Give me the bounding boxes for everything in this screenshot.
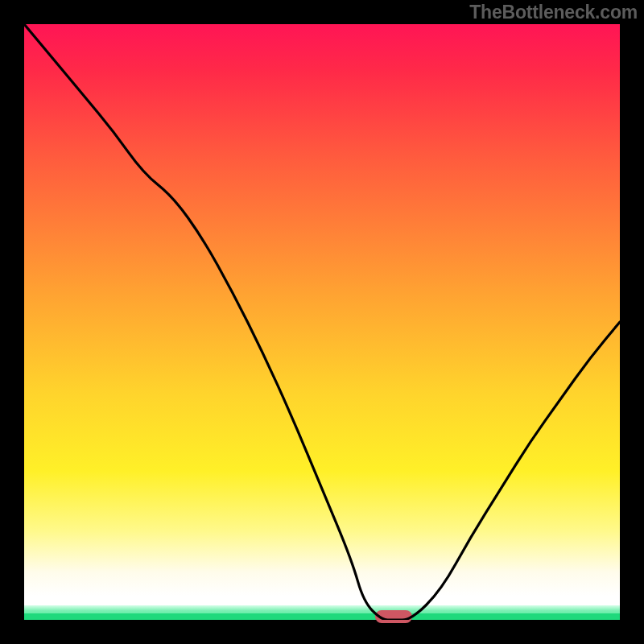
bottleneck-curve xyxy=(24,24,620,620)
watermark-text: TheBottleneck.com xyxy=(469,2,638,23)
plot-area xyxy=(24,24,620,620)
chart-frame: TheBottleneck.com xyxy=(0,0,644,644)
